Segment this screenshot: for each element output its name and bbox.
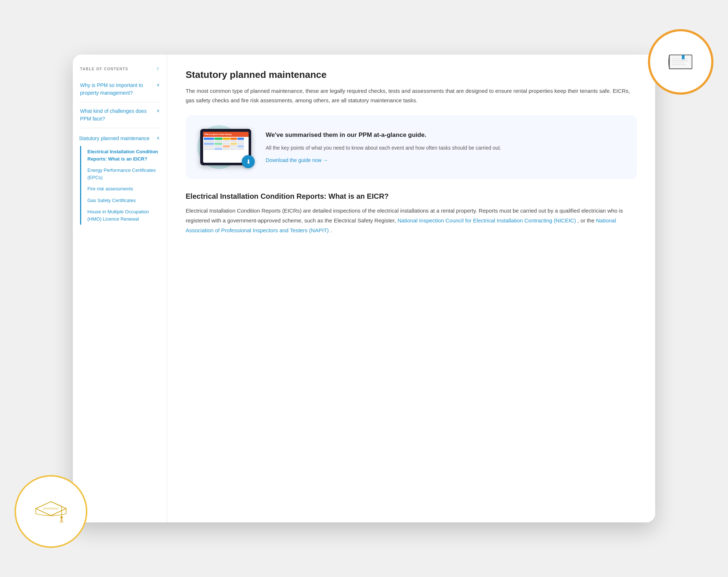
download-circle[interactable]: ⬇: [242, 155, 255, 168]
tablet-table: [203, 137, 249, 151]
sidebar-sub-item-fire[interactable]: Fire risk assessments: [81, 183, 167, 195]
sidebar-sub-item-gas[interactable]: Gas Safety Certificates: [81, 195, 167, 206]
guide-card-image-wrapper: PPM at-a-glance Guide Settings: [197, 125, 256, 169]
section2-body-part3: .: [330, 227, 332, 233]
deco-circle-bottom-left: [15, 475, 87, 548]
sidebar-sub-item-epc[interactable]: Energy Performance Certificates (EPCs): [81, 165, 167, 183]
svg-line-6: [60, 519, 62, 523]
sidebar-item-challenges-label: What kind of challenges does PPM face?: [80, 107, 154, 123]
chevron-up-icon-2: ∧: [157, 135, 160, 141]
sidebar-sub-item-hmo[interactable]: House in Multiple Occupation (HMO) Licen…: [81, 206, 167, 225]
section2-title: Electrical Installation Condition Report…: [186, 192, 637, 201]
sidebar-sub-gas-label: Gas Safety Certificates: [87, 198, 136, 203]
main-content: Statutory planned maintenance The most c…: [167, 55, 655, 522]
sidebar-item-why-ppm[interactable]: Why is PPM so important to property mana…: [73, 78, 167, 100]
main-card: TABLE OF CONTENTS ↑ Why is PPM so import…: [73, 55, 655, 522]
guide-card: PPM at-a-glance Guide Settings: [186, 115, 637, 179]
sidebar-sub-item-eicr[interactable]: Electrical Installation Condition Report…: [81, 146, 167, 165]
toc-label: TABLE OF CONTENTS: [80, 67, 128, 71]
deco-circle-top-right: [648, 29, 713, 95]
sidebar-divider-1: [80, 102, 160, 102]
niceic-link[interactable]: National Inspection Council for Electric…: [397, 217, 577, 224]
svg-rect-10: [670, 56, 691, 67]
sidebar-item-challenges[interactable]: What kind of challenges does PPM face? ∨: [73, 104, 167, 126]
guide-card-title: We've summarised them in our PPM at-a-gl…: [266, 131, 625, 139]
guide-card-desc: All the key points of what you need to k…: [266, 144, 625, 152]
guide-card-link[interactable]: Download the guide now →: [266, 157, 328, 163]
toc-header: TABLE OF CONTENTS ↑: [73, 66, 167, 78]
toc-up-arrow[interactable]: ↑: [157, 66, 160, 72]
sidebar-sub-fire-label: Fire risk assessments: [87, 186, 133, 191]
sidebar-item-statutory-label: Statutory planned maintenance: [79, 135, 154, 142]
section2-body-part2: , or the: [577, 217, 594, 224]
sidebar-expanded-wrapper: Statutory planned maintenance ∧ Electric…: [73, 131, 167, 225]
guide-card-content: We've summarised them in our PPM at-a-gl…: [266, 131, 625, 163]
tablet-header-text: PPM at-a-glance Guide Settings: [205, 133, 232, 135]
section1-title: Statutory planned maintenance: [186, 69, 637, 80]
graduation-cap-icon-left: [33, 497, 69, 526]
sidebar-sub-epc-label: Energy Performance Certificates (EPCs): [87, 167, 156, 180]
sidebar-sub-hmo-label: House in Multiple Occupation (HMO) Licen…: [87, 209, 149, 222]
section1-body: The most common type of planned maintena…: [186, 86, 637, 105]
svg-rect-2: [43, 508, 59, 510]
book-icon-right: [664, 49, 697, 75]
sidebar-sub-eicr-label: Electrical Installation Condition Report…: [87, 149, 158, 162]
chevron-down-icon-0: ∨: [157, 82, 160, 87]
download-icon: ⬇: [246, 158, 251, 165]
sidebar-item-why-ppm-label: Why is PPM so important to property mana…: [80, 82, 154, 97]
sidebar-divider-2: [80, 128, 160, 128]
sidebar-item-statutory[interactable]: Statutory planned maintenance ∧: [73, 131, 167, 146]
sidebar: TABLE OF CONTENTS ↑ Why is PPM so import…: [73, 55, 167, 522]
chevron-down-icon-1: ∨: [157, 108, 160, 113]
sidebar-sub-items: Electrical Installation Condition Report…: [80, 146, 167, 225]
section2-body: Electrical Installation Condition Report…: [186, 206, 637, 235]
svg-line-3: [51, 502, 62, 506]
svg-point-5: [60, 516, 63, 519]
